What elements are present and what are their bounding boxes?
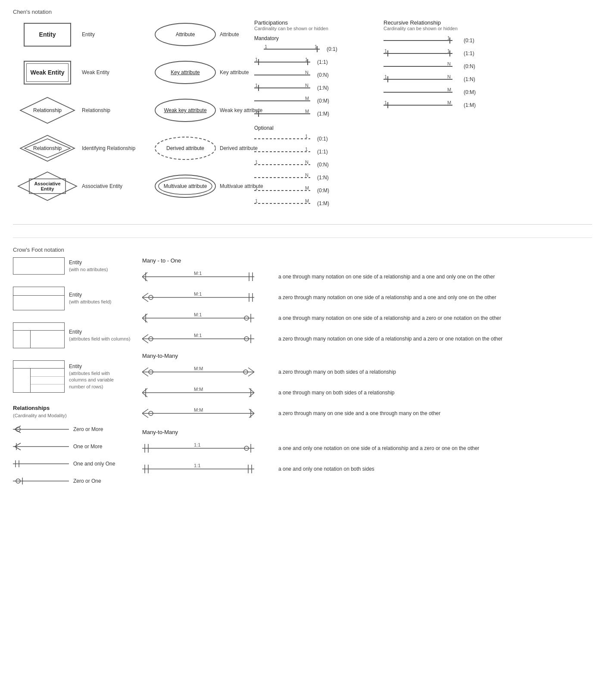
cf-zero-one-symbol xyxy=(13,475,73,487)
rec-notation-5: (1:M) xyxy=(464,102,485,108)
key-attr-ellipse: Key attribute xyxy=(153,59,218,85)
mm-desc-1: a one through many on both sides of a re… xyxy=(278,389,395,397)
cf-rel-one-more: One or More xyxy=(13,441,134,453)
mand-line-5: 1 M xyxy=(254,109,315,119)
svg-text:1: 1 xyxy=(305,147,308,152)
svg-text:M:1: M:1 xyxy=(194,271,202,276)
rec-line-2: N xyxy=(384,62,461,71)
svg-text:1: 1 xyxy=(447,36,450,41)
opt-notation-1: (1:1) xyxy=(317,149,339,155)
m1-desc-2: a one through many notation on one side … xyxy=(278,315,501,322)
opt-line-2: 1 N xyxy=(254,160,315,169)
svg-text:N: N xyxy=(447,75,451,79)
assoc-entity-shape: Associative Entity xyxy=(17,171,78,201)
rec-notation-3: (1:N) xyxy=(464,76,485,82)
cf-one-only-symbol xyxy=(13,458,73,470)
key-attr-label: Key attribute xyxy=(171,69,200,75)
cf-entity-attr-header xyxy=(13,287,64,296)
rec-row-3: 1 N (1:N) xyxy=(384,74,504,84)
svg-line-104 xyxy=(142,339,148,343)
rec-row-4: M (0:M) xyxy=(384,87,504,97)
assoc-entity-label: Associative Entity xyxy=(30,181,65,191)
svg-line-123 xyxy=(249,393,254,397)
svg-line-119 xyxy=(142,393,147,397)
mand-row-4: M (0:M) xyxy=(254,96,384,106)
cf-entity-col-header xyxy=(13,323,64,331)
chens-section: Chen's notation Entity Entity xyxy=(13,9,592,211)
svg-text:M: M xyxy=(305,199,309,203)
svg-text:M:1: M:1 xyxy=(194,333,202,338)
opt-notation-3: (1:N) xyxy=(317,175,339,181)
relationship-diamond: Relationship xyxy=(19,97,75,125)
weak-key-attr-symbol: Weak key attribute xyxy=(151,97,220,123)
attribute-ellipse: Attribute xyxy=(153,22,218,47)
participations-col: Participations Cardinality can be shown … xyxy=(254,19,384,211)
mand-line-4: M xyxy=(254,96,315,106)
svg-text:1: 1 xyxy=(384,49,387,53)
svg-text:1: 1 xyxy=(265,44,267,49)
cf-entity-varrow-box xyxy=(13,360,65,393)
multivalue-attr-ellipse: Multivalue attribute xyxy=(153,173,218,199)
svg-text:M: M xyxy=(447,100,451,105)
svg-line-122 xyxy=(249,388,254,393)
svg-text:M:M: M:M xyxy=(194,366,203,371)
svg-line-110 xyxy=(142,368,148,372)
relationship-desc: Relationship xyxy=(82,107,151,113)
relationship-row: Relationship Relationship Weak key attri… xyxy=(13,95,254,125)
svg-text:N: N xyxy=(305,160,309,165)
page: Chen's notation Entity Entity xyxy=(0,0,605,501)
recursive-title: Recursive Relationship xyxy=(384,19,504,26)
svg-line-114 xyxy=(248,368,254,372)
svg-line-83 xyxy=(142,277,147,281)
svg-text:1: 1 xyxy=(255,57,258,62)
svg-line-97 xyxy=(142,318,147,322)
cf-rel-zero-one: Zero or One xyxy=(13,475,134,487)
crows-rel-title: Relationships xyxy=(13,405,134,411)
svg-text:1: 1 xyxy=(305,134,308,139)
cf-entity-attr-row: Entity (with attributes field) xyxy=(13,287,134,310)
identifying-rel-row: Relationship Identifying Relationship De… xyxy=(13,133,254,163)
mand-row-1: 1 1 (1:1) xyxy=(254,57,384,67)
one-one-section: Many-to-Many 1:1 xyxy=(142,429,592,476)
recursive-col: Recursive Relationship Cardinality can b… xyxy=(384,19,504,211)
mm-row-2: M:M a zero through many on one side and … xyxy=(142,406,592,420)
cf-entity-attr-box xyxy=(13,287,65,310)
svg-text:M:M: M:M xyxy=(194,387,203,392)
cf-zero-one-svg xyxy=(13,475,73,487)
mand-row-2: N (0:N) xyxy=(254,70,384,80)
cf-entity-col-row: Entity (attributes field with columns) xyxy=(13,322,134,348)
mand-notation-2: (0:N) xyxy=(317,72,339,78)
opt-row-2: 1 N (0:N) xyxy=(254,159,384,170)
key-attr-symbol: Key attribute xyxy=(151,59,220,85)
oneone-svg-0: 1:1 xyxy=(142,441,271,455)
mm-row-0: M:M a zero through many on both sides of… xyxy=(142,365,592,379)
mm-desc-0: a zero through many on both sides of a r… xyxy=(278,369,396,376)
mm-svg-0: M:M xyxy=(142,365,271,379)
entity-row: Entity Entity Attribute Attribute xyxy=(13,19,254,50)
cf-entity-varrow-col-left xyxy=(13,369,31,392)
svg-text:1: 1 xyxy=(255,186,258,191)
rec-row-0: 1 (0:1) xyxy=(384,35,504,46)
many-to-many-title: Many-to-Many xyxy=(142,353,592,359)
svg-line-103 xyxy=(142,334,148,339)
weak-entity-label: Weak Entity xyxy=(30,69,64,76)
oneone-row-1: 1:1 a one and only one notation on both … xyxy=(142,462,592,476)
cf-entity-col-label: Entity (attributes field with columns) xyxy=(69,328,130,342)
mand-row-0: 1 1 (0:1) xyxy=(254,44,384,54)
crows-content: Entity (with no attributes) Entity (with… xyxy=(13,257,592,492)
svg-line-126 xyxy=(142,409,148,413)
derived-attr-ellipse: Derived attribute xyxy=(153,135,218,161)
cf-entity-no-attr-label: Entity (with no attributes) xyxy=(69,259,108,273)
opt-row-3: N (1:N) xyxy=(254,172,384,183)
svg-line-130 xyxy=(249,409,254,413)
chens-entities-col: Entity Entity Attribute Attribute xyxy=(13,19,254,211)
cf-rel-one-only: One and only One xyxy=(13,458,134,470)
svg-line-73 xyxy=(15,443,21,447)
relationship-symbol: Relationship xyxy=(13,97,82,125)
derived-attr-symbol: Derived attribute xyxy=(151,135,220,161)
participations-title: Participations xyxy=(254,19,384,26)
crows-left-col: Entity (with no attributes) Entity (with… xyxy=(13,257,134,492)
svg-line-89 xyxy=(142,293,148,297)
svg-text:M: M xyxy=(305,186,309,191)
mand-notation-5: (1:M) xyxy=(317,111,339,117)
